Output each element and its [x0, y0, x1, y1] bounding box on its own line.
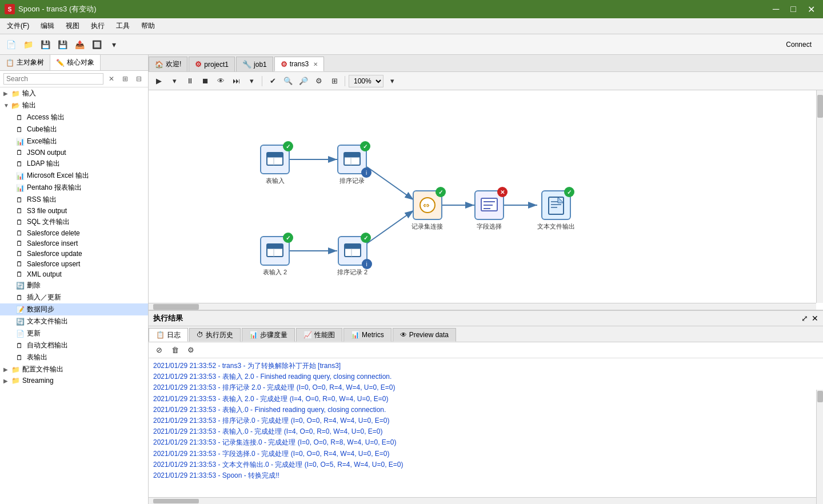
list-item[interactable]: 🗒 SQL 文件输出	[0, 216, 148, 228]
svg-rect-8	[267, 153, 283, 157]
zoom-dropdown-button[interactable]: ▾	[385, 74, 399, 88]
node-label: 排序记录	[339, 177, 365, 185]
run-button[interactable]: ▶	[152, 74, 166, 88]
list-item[interactable]: 🔄 删除	[0, 279, 148, 291]
new-button[interactable]: 📄	[3, 37, 18, 52]
log-entry: 2021/01/29 21:33:53 - Spoon - 转换完成!!	[153, 470, 818, 481]
list-item[interactable]: 🗒 Access 输出	[0, 111, 148, 123]
layers-button[interactable]: 🔲	[89, 37, 104, 52]
menu-tools[interactable]: 工具	[111, 19, 134, 33]
connect-button[interactable]: Connect	[782, 39, 815, 50]
log-entry: 2021/01/29 21:33:53 - 表输入.0 - 完成处理 (I=4,…	[153, 426, 818, 437]
step-button[interactable]: ⏭	[229, 74, 243, 88]
list-item[interactable]: 📊 Excel输出	[0, 135, 148, 147]
list-item[interactable]: 🗒 Salesforce update	[0, 249, 148, 259]
tab-close-icon[interactable]: ✕	[313, 61, 318, 67]
tab-welcome[interactable]: 🏠 欢迎!	[149, 57, 187, 71]
search-button[interactable]: 🔍	[281, 74, 295, 88]
close-button[interactable]: ✕	[804, 4, 818, 15]
list-item[interactable]: 🗒 插入／更新	[0, 291, 148, 303]
node-sort-records[interactable]: ✓ i 排序记录	[337, 145, 367, 185]
align-button[interactable]: ⊞	[327, 74, 341, 88]
bottom-scrollbar-v[interactable]	[816, 390, 823, 504]
list-item[interactable]: 🗒 Salesforce delete	[0, 228, 148, 238]
list-item[interactable]: 🗒 RSS 输出	[0, 194, 148, 206]
log-entry: 2021/01/29 21:33:53 - 表输入 2.0 - 完成处理 (I=…	[153, 394, 818, 405]
settings-button[interactable]: ⚙	[312, 74, 326, 88]
close-panel-icon[interactable]: ✕	[812, 314, 818, 323]
log-stop-button[interactable]: ⊘	[152, 343, 166, 357]
list-item[interactable]: 📄 更新	[0, 327, 148, 339]
node-text-file-output[interactable]: ✓ 文本文件输出	[537, 190, 575, 231]
list-item[interactable]: 🔄 文本文件输出	[0, 315, 148, 327]
list-item[interactable]: 🗒 Cube输出	[0, 123, 148, 135]
tree-item-input-folder[interactable]: ▶ 📁 输入	[0, 87, 148, 99]
search-clear-button[interactable]: ✕	[106, 73, 117, 85]
tree-item-output-folder[interactable]: ▼ 📂 输出	[0, 99, 148, 111]
tab-trans3[interactable]: ⚙ trans3 ✕	[274, 57, 324, 71]
canvas-scrollbar-h[interactable]	[149, 303, 816, 310]
open-folder-button[interactable]: 📁	[21, 37, 35, 52]
list-item[interactable]: 🗒 JSON output	[0, 147, 148, 158]
log-settings-button[interactable]: ⚙	[184, 343, 198, 357]
list-item[interactable]: 📊 Pentaho 报表输出	[0, 182, 148, 194]
save-as-button[interactable]: 💾	[55, 37, 70, 52]
menu-run[interactable]: 执行	[86, 19, 109, 33]
node-merge-records[interactable]: ⇔ ✓ 记录集连接	[412, 190, 443, 231]
canvas-scrollbar-v[interactable]	[816, 90, 823, 303]
tree-item-transform-folder[interactable]: ▶ 📁 Streaming	[0, 375, 148, 386]
zoom-select[interactable]: 100% 50% 75% 125% 150% 200%	[349, 75, 383, 87]
svg-rect-27	[267, 244, 283, 249]
folder-icon: 📂	[11, 102, 21, 110]
file-icon: 🗒	[16, 250, 25, 258]
file-icon: 🗒	[16, 196, 25, 204]
run-dropdown-button[interactable]: ▾	[167, 74, 181, 88]
dropdown-button[interactable]: ▾	[106, 37, 121, 52]
tree-item-streaming-folder[interactable]: ▶ 📁 配置文件输出	[0, 363, 148, 375]
search-options-button[interactable]: ⊞	[119, 73, 131, 85]
list-item-text-output[interactable]: 📝 数据同步	[0, 303, 148, 315]
list-item[interactable]: 📊 Microsoft Excel 输出	[0, 170, 148, 182]
menu-view[interactable]: 视图	[61, 19, 84, 33]
node-table-input[interactable]: ✓ 表输入	[260, 145, 290, 185]
sidebar-tab-main[interactable]: 📋 主对象树	[0, 55, 50, 70]
list-item[interactable]: 🗒 XML output	[0, 269, 148, 279]
node-table-input-2[interactable]: ✓ 表输入 2	[260, 236, 290, 277]
list-item[interactable]: 🗒 LDAP 输出	[0, 158, 148, 170]
export-button[interactable]: 📤	[72, 37, 87, 52]
tab-project1[interactable]: ⚙ project1	[189, 57, 235, 71]
save-button[interactable]: 💾	[38, 37, 53, 52]
bottom-tab-log[interactable]: 📋 日志	[149, 328, 188, 342]
menu-edit[interactable]: 编辑	[36, 19, 59, 33]
menu-file[interactable]: 文件(F)	[2, 19, 34, 33]
list-item[interactable]: 🗒 Salesforce insert	[0, 238, 148, 249]
node-sort-records-2[interactable]: ✓ i 排序记录 2	[337, 236, 367, 277]
sidebar-tab-core[interactable]: ✏️ 核心对象	[50, 55, 101, 70]
pause-button[interactable]: ⏸	[183, 74, 197, 88]
bottom-tab-metrics[interactable]: 📊 Metrics	[343, 328, 391, 342]
stop-button[interactable]: ⏹	[198, 74, 212, 88]
status-ok-badge: ✓	[283, 141, 293, 151]
list-item[interactable]: 🗒 S3 file output	[0, 206, 148, 216]
bottom-tab-preview[interactable]: 👁 Preview data	[393, 328, 456, 342]
explore-button[interactable]: 🔎	[297, 74, 310, 88]
minimize-button[interactable]: ─	[769, 4, 782, 15]
search-input[interactable]	[3, 73, 103, 85]
step-dropdown-button[interactable]: ▾	[245, 74, 258, 88]
bottom-tab-steps[interactable]: 📊 步骤度量	[242, 328, 295, 342]
list-item[interactable]: 🗒 表输出	[0, 351, 148, 363]
tab-job1[interactable]: 🔧 job1	[236, 57, 273, 71]
list-item[interactable]: 🗒 Salesforce upsert	[0, 259, 148, 269]
preview-button[interactable]: 👁	[214, 74, 227, 88]
log-clear-button[interactable]: 🗑	[168, 343, 182, 357]
bottom-tab-history[interactable]: ⏱ 执行历史	[189, 328, 241, 342]
expand-icon[interactable]: ⤢	[801, 314, 808, 323]
node-field-select[interactable]: ✕ 字段选择	[474, 190, 504, 231]
menu-help[interactable]: 帮助	[137, 19, 159, 33]
check-button[interactable]: ✔	[266, 74, 279, 88]
bottom-scrollbar-h[interactable]	[149, 497, 823, 504]
list-item[interactable]: 🗒 自动文档输出	[0, 339, 148, 351]
maximize-button[interactable]: □	[787, 4, 800, 15]
bottom-tab-perf[interactable]: 📈 性能图	[296, 328, 342, 342]
search-collapse-button[interactable]: ⊟	[133, 73, 145, 85]
